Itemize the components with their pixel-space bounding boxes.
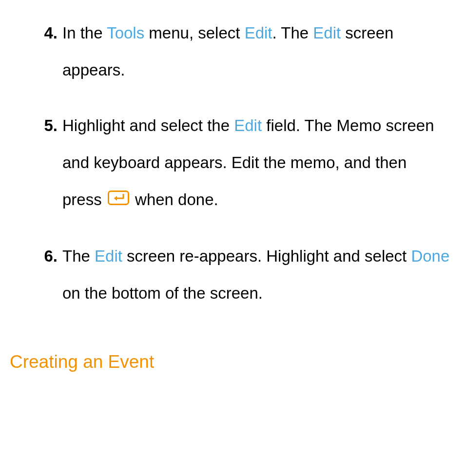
instruction-step: 5. Highlight and select the Edit field. … <box>15 107 450 219</box>
ui-term: Edit <box>234 116 262 134</box>
step-body: The Edit screen re-appears. Highlight an… <box>62 238 450 312</box>
step-text: menu, select <box>144 24 244 42</box>
step-number: 4. <box>15 15 62 52</box>
document-page: 4. In the Tools menu, select Edit. The E… <box>0 0 465 382</box>
step-number: 6. <box>15 238 62 275</box>
instruction-list: 4. In the Tools menu, select Edit. The E… <box>15 15 450 312</box>
step-text: In the <box>62 24 107 42</box>
step-text: screen re-appears. Highlight and select <box>122 247 411 265</box>
ui-term: Edit <box>95 247 122 265</box>
step-number: 5. <box>15 107 62 144</box>
ui-term: Done <box>411 247 449 265</box>
ui-term: Tools <box>107 24 144 42</box>
instruction-step: 6. The Edit screen re-appears. Highlight… <box>15 238 450 312</box>
step-text: Highlight and select the <box>62 116 234 134</box>
step-body: Highlight and select the Edit field. The… <box>62 107 450 219</box>
section-heading: Creating an Event <box>10 341 450 382</box>
step-text: The <box>62 247 95 265</box>
step-text: when done. <box>131 190 218 209</box>
ui-term: Edit <box>245 24 272 42</box>
step-body: In the Tools menu, select Edit. The Edit… <box>62 15 450 89</box>
step-text: . The <box>272 24 313 42</box>
instruction-step: 4. In the Tools menu, select Edit. The E… <box>15 15 450 89</box>
ui-term: Edit <box>313 24 341 42</box>
step-text: on the bottom of the screen. <box>62 284 263 302</box>
enter-icon <box>108 181 129 218</box>
